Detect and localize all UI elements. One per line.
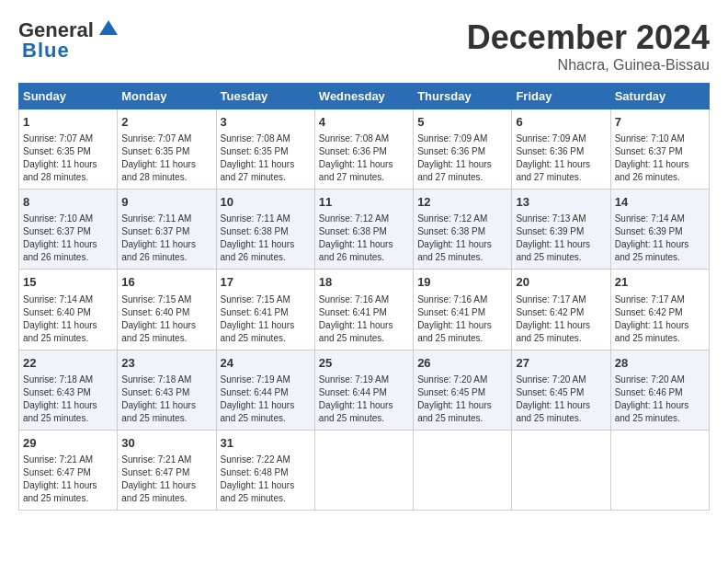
header-thursday: Thursday (414, 84, 512, 109)
calendar-week-row: 15Sunrise: 7:14 AM Sunset: 6:40 PM Dayli… (19, 270, 710, 350)
day-number: 14 (615, 194, 705, 211)
calendar-cell (414, 430, 512, 510)
calendar-cell: 28Sunrise: 7:20 AM Sunset: 6:46 PM Dayli… (610, 350, 709, 430)
calendar-cell: 19Sunrise: 7:16 AM Sunset: 6:41 PM Dayli… (414, 270, 512, 350)
logo: General Blue (18, 18, 121, 63)
calendar-cell: 27Sunrise: 7:20 AM Sunset: 6:45 PM Dayli… (512, 350, 610, 430)
day-number: 3 (221, 114, 311, 131)
calendar-cell: 31Sunrise: 7:22 AM Sunset: 6:48 PM Dayli… (216, 430, 314, 510)
calendar-week-row: 22Sunrise: 7:18 AM Sunset: 6:43 PM Dayli… (19, 350, 710, 430)
day-info: Sunrise: 7:08 AM Sunset: 6:35 PM Dayligh… (221, 132, 311, 184)
calendar-cell: 14Sunrise: 7:14 AM Sunset: 6:39 PM Dayli… (610, 190, 709, 270)
day-info: Sunrise: 7:14 AM Sunset: 6:40 PM Dayligh… (23, 293, 113, 345)
day-info: Sunrise: 7:17 AM Sunset: 6:42 PM Dayligh… (615, 293, 705, 345)
day-info: Sunrise: 7:12 AM Sunset: 6:38 PM Dayligh… (319, 213, 409, 264)
calendar-cell: 8Sunrise: 7:10 AM Sunset: 6:37 PM Daylig… (19, 190, 118, 270)
calendar-cell (314, 430, 413, 510)
page-subtitle: Nhacra, Guinea-Bissau (467, 57, 710, 74)
day-number: 20 (516, 274, 606, 291)
day-number: 7 (615, 114, 705, 131)
day-info: Sunrise: 7:16 AM Sunset: 6:41 PM Dayligh… (417, 293, 507, 345)
calendar-cell: 7Sunrise: 7:10 AM Sunset: 6:37 PM Daylig… (610, 109, 709, 190)
day-number: 21 (615, 274, 705, 291)
header-monday: Monday (118, 84, 216, 109)
logo-arrow-icon (96, 18, 121, 39)
day-info: Sunrise: 7:19 AM Sunset: 6:44 PM Dayligh… (221, 373, 311, 425)
day-number: 1 (23, 114, 113, 131)
calendar-cell: 11Sunrise: 7:12 AM Sunset: 6:38 PM Dayli… (314, 190, 413, 270)
day-number: 26 (417, 355, 507, 372)
page-header: General Blue December 2024 Nhacra, Guine… (18, 18, 710, 74)
day-info: Sunrise: 7:12 AM Sunset: 6:38 PM Dayligh… (417, 213, 507, 264)
day-number: 5 (417, 114, 507, 131)
day-info: Sunrise: 7:07 AM Sunset: 6:35 PM Dayligh… (23, 132, 113, 184)
calendar-cell: 26Sunrise: 7:20 AM Sunset: 6:45 PM Dayli… (414, 350, 512, 430)
day-info: Sunrise: 7:21 AM Sunset: 6:47 PM Dayligh… (121, 454, 211, 505)
day-number: 9 (121, 194, 211, 211)
day-info: Sunrise: 7:14 AM Sunset: 6:39 PM Dayligh… (615, 213, 705, 264)
day-info: Sunrise: 7:11 AM Sunset: 6:37 PM Dayligh… (121, 213, 211, 264)
header-friday: Friday (512, 84, 610, 109)
calendar-cell: 17Sunrise: 7:15 AM Sunset: 6:41 PM Dayli… (216, 270, 314, 350)
day-info: Sunrise: 7:20 AM Sunset: 6:45 PM Dayligh… (516, 373, 606, 425)
calendar-cell: 10Sunrise: 7:11 AM Sunset: 6:38 PM Dayli… (216, 190, 314, 270)
calendar-cell: 2Sunrise: 7:07 AM Sunset: 6:35 PM Daylig… (118, 109, 216, 190)
day-number: 2 (121, 114, 211, 131)
day-info: Sunrise: 7:11 AM Sunset: 6:38 PM Dayligh… (221, 213, 311, 264)
day-info: Sunrise: 7:20 AM Sunset: 6:46 PM Dayligh… (615, 373, 705, 425)
calendar-cell: 3Sunrise: 7:08 AM Sunset: 6:35 PM Daylig… (216, 109, 314, 190)
calendar-table: Sunday Monday Tuesday Wednesday Thursday… (18, 83, 710, 511)
day-info: Sunrise: 7:15 AM Sunset: 6:40 PM Dayligh… (121, 293, 211, 345)
calendar-cell: 12Sunrise: 7:12 AM Sunset: 6:38 PM Dayli… (414, 190, 512, 270)
day-number: 18 (319, 274, 409, 291)
svg-marker-0 (99, 20, 118, 35)
day-number: 19 (417, 274, 507, 291)
day-number: 11 (319, 194, 409, 211)
calendar-cell: 9Sunrise: 7:11 AM Sunset: 6:37 PM Daylig… (118, 190, 216, 270)
day-number: 8 (23, 194, 113, 211)
day-number: 28 (615, 355, 705, 372)
day-number: 10 (221, 194, 311, 211)
day-info: Sunrise: 7:20 AM Sunset: 6:45 PM Dayligh… (417, 373, 507, 425)
calendar-week-row: 29Sunrise: 7:21 AM Sunset: 6:47 PM Dayli… (19, 430, 710, 510)
day-number: 23 (121, 355, 211, 372)
calendar-cell (512, 430, 610, 510)
calendar-cell (610, 430, 709, 510)
calendar-cell: 6Sunrise: 7:09 AM Sunset: 6:36 PM Daylig… (512, 109, 610, 190)
calendar-week-row: 8Sunrise: 7:10 AM Sunset: 6:37 PM Daylig… (19, 190, 710, 270)
calendar-cell: 25Sunrise: 7:19 AM Sunset: 6:44 PM Dayli… (314, 350, 413, 430)
page-title: December 2024 (467, 18, 710, 57)
day-number: 24 (221, 355, 311, 372)
day-info: Sunrise: 7:10 AM Sunset: 6:37 PM Dayligh… (23, 213, 113, 264)
calendar-cell: 1Sunrise: 7:07 AM Sunset: 6:35 PM Daylig… (19, 109, 118, 190)
day-number: 16 (121, 274, 211, 291)
day-number: 17 (221, 274, 311, 291)
day-info: Sunrise: 7:08 AM Sunset: 6:36 PM Dayligh… (319, 132, 409, 184)
day-number: 15 (23, 274, 113, 291)
calendar-cell: 23Sunrise: 7:18 AM Sunset: 6:43 PM Dayli… (118, 350, 216, 430)
day-number: 27 (516, 355, 606, 372)
calendar-cell: 18Sunrise: 7:16 AM Sunset: 6:41 PM Dayli… (314, 270, 413, 350)
day-info: Sunrise: 7:18 AM Sunset: 6:43 PM Dayligh… (121, 373, 211, 425)
calendar-cell: 29Sunrise: 7:21 AM Sunset: 6:47 PM Dayli… (19, 430, 118, 510)
day-info: Sunrise: 7:15 AM Sunset: 6:41 PM Dayligh… (221, 293, 311, 345)
day-info: Sunrise: 7:07 AM Sunset: 6:35 PM Dayligh… (121, 132, 211, 184)
day-info: Sunrise: 7:17 AM Sunset: 6:42 PM Dayligh… (516, 293, 606, 345)
day-info: Sunrise: 7:18 AM Sunset: 6:43 PM Dayligh… (23, 373, 113, 425)
day-number: 22 (23, 355, 113, 372)
day-info: Sunrise: 7:09 AM Sunset: 6:36 PM Dayligh… (417, 132, 507, 184)
calendar-cell: 4Sunrise: 7:08 AM Sunset: 6:36 PM Daylig… (314, 109, 413, 190)
day-info: Sunrise: 7:10 AM Sunset: 6:37 PM Dayligh… (615, 132, 705, 184)
day-info: Sunrise: 7:22 AM Sunset: 6:48 PM Dayligh… (221, 454, 311, 505)
day-info: Sunrise: 7:16 AM Sunset: 6:41 PM Dayligh… (319, 293, 409, 345)
calendar-cell: 15Sunrise: 7:14 AM Sunset: 6:40 PM Dayli… (19, 270, 118, 350)
day-info: Sunrise: 7:13 AM Sunset: 6:39 PM Dayligh… (516, 213, 606, 264)
header-tuesday: Tuesday (216, 84, 314, 109)
day-number: 6 (516, 114, 606, 131)
day-number: 13 (516, 194, 606, 211)
day-number: 25 (319, 355, 409, 372)
header-wednesday: Wednesday (314, 84, 413, 109)
title-block: December 2024 Nhacra, Guinea-Bissau (467, 18, 710, 74)
calendar-cell: 20Sunrise: 7:17 AM Sunset: 6:42 PM Dayli… (512, 270, 610, 350)
days-header-row: Sunday Monday Tuesday Wednesday Thursday… (19, 84, 710, 109)
